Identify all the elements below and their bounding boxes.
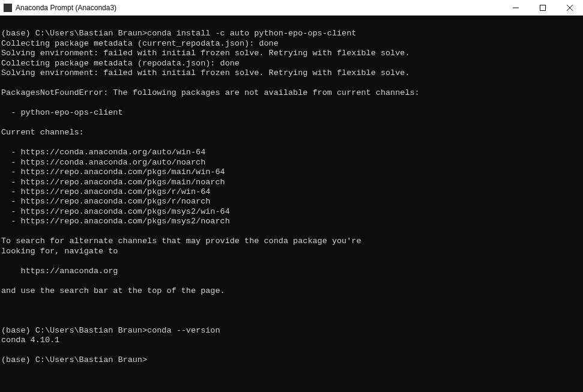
terminal-icon: [4, 4, 12, 12]
title-bar: Anaconda Prompt (Anaconda3): [0, 0, 583, 16]
terminal-line: looking for, navigate to: [1, 247, 583, 256]
terminal-line: PackagesNotFoundError: The following pac…: [1, 88, 583, 98]
terminal-line: [1, 316, 583, 325]
terminal-line: - https://repo.anaconda.com/pkgs/msys2/w…: [1, 207, 583, 217]
title-left: Anaconda Prompt (Anaconda3): [4, 4, 116, 12]
terminal-output[interactable]: (base) C:\Users\Bastian Braun>conda inst…: [0, 16, 583, 392]
terminal-line: - python-epo-ops-client: [1, 108, 583, 118]
terminal-line: (base) C:\Users\Bastian Braun>: [1, 355, 583, 365]
terminal-line: Solving environment: failed with initial…: [1, 68, 583, 78]
terminal-line: https://anaconda.org: [1, 267, 583, 276]
terminal-line: Collecting package metadata (current_rep…: [1, 39, 583, 49]
close-button[interactable]: [556, 0, 583, 15]
terminal-line: Collecting package metadata (repodata.js…: [1, 59, 583, 68]
terminal-line: - https://repo.anaconda.com/pkgs/main/wi…: [1, 167, 583, 177]
terminal-line: - https://repo.anaconda.com/pkgs/msys2/n…: [1, 217, 583, 226]
terminal-line: - https://repo.anaconda.com/pkgs/main/no…: [1, 178, 583, 187]
terminal-line: - https://conda.anaconda.org/auto/win-64: [1, 148, 583, 157]
terminal-line: [1, 256, 583, 266]
terminal-line: [1, 296, 583, 306]
maximize-button[interactable]: [529, 0, 556, 15]
terminal-line: (base) C:\Users\Bastian Braun>conda inst…: [1, 29, 583, 38]
terminal-line: - https://repo.anaconda.com/pkgs/r/win-6…: [1, 187, 583, 197]
window-controls: [502, 0, 583, 15]
terminal-line: - https://repo.anaconda.com/pkgs/r/noarc…: [1, 197, 583, 207]
terminal-line: Solving environment: failed with initial…: [1, 49, 583, 58]
terminal-line: To search for alternate channels that ma…: [1, 237, 583, 246]
terminal-line: (base) C:\Users\Bastian Braun>conda --ve…: [1, 326, 583, 336]
terminal-line: Current channels:: [1, 128, 583, 137]
terminal-line: [1, 118, 583, 128]
terminal-line: [1, 138, 583, 148]
terminal-line: [1, 276, 583, 286]
terminal-line: and use the search bar at the top of the…: [1, 286, 583, 296]
svg-rect-1: [540, 5, 545, 10]
terminal-line: [1, 306, 583, 316]
terminal-line: [1, 345, 583, 355]
terminal-line: [1, 79, 583, 88]
minimize-button[interactable]: [502, 0, 529, 15]
terminal-line: [1, 98, 583, 108]
terminal-line: - https://conda.anaconda.org/auto/noarch: [1, 158, 583, 167]
window-title: Anaconda Prompt (Anaconda3): [16, 4, 116, 12]
terminal-line: [1, 227, 583, 237]
terminal-line: conda 4.10.1: [1, 336, 583, 345]
